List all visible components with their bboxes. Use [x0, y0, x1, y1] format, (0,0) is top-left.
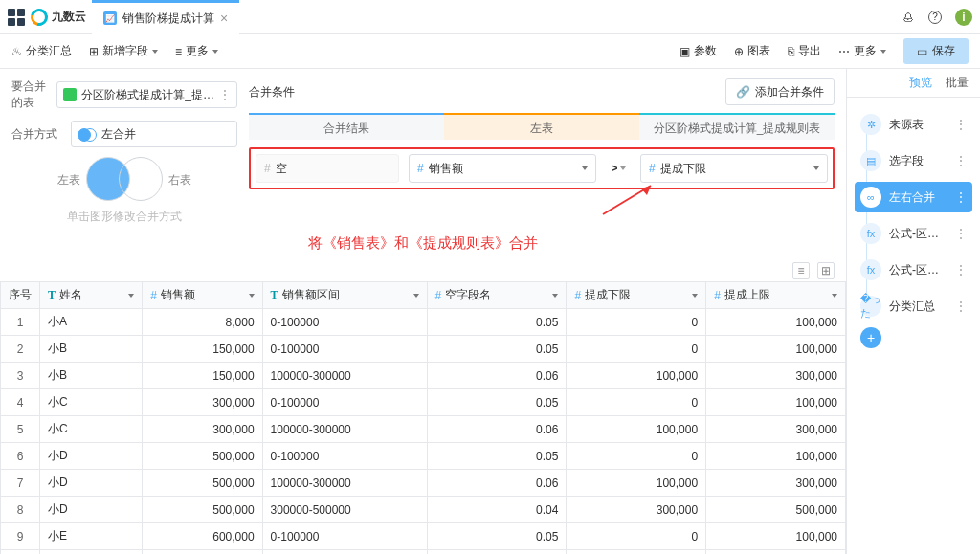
condition-title: 合并条件 — [249, 84, 295, 100]
field-empty[interactable]: #空 — [256, 154, 399, 183]
tab-result[interactable]: 合并结果 — [249, 113, 444, 140]
tool-summary[interactable]: ♨分类汇总 — [11, 43, 72, 59]
condition-tabs: 合并结果 左表 分区阶梯式提成计算_提成规则表 — [249, 113, 835, 140]
add-condition-button[interactable]: 🔗添加合并条件 — [725, 78, 835, 105]
join-type-select[interactable]: 左合并 — [71, 121, 237, 147]
apps-icon[interactable] — [8, 9, 25, 26]
venn-hint: 单击图形修改合并方式 — [11, 209, 237, 225]
step-icon: fx — [860, 259, 881, 280]
text-type-icon: T — [48, 288, 56, 302]
chevron-down-icon[interactable] — [413, 294, 419, 298]
step-more-icon[interactable]: ⋮ — [955, 190, 967, 204]
table-row[interactable]: 2小B150,0000-1000000.050100,000 — [1, 336, 846, 363]
join-type-value: 左合并 — [101, 126, 136, 143]
field-right-value: 提成下限 — [660, 161, 706, 177]
step-label: 左右合并 — [889, 189, 947, 206]
hash-icon: # — [649, 162, 656, 175]
view-grid-icon[interactable]: ⊞ — [817, 262, 835, 279]
table-icon — [63, 88, 77, 101]
notification-icon[interactable]: 🕭 — [902, 10, 915, 25]
step-more-icon[interactable]: ⋮ — [955, 227, 967, 240]
tab-left[interactable]: 左表 — [444, 113, 639, 140]
field-left-select[interactable]: #销售额 — [409, 154, 596, 183]
number-type-icon: # — [574, 289, 581, 302]
table-row[interactable]: 8小D500,000300000-5000000.04300,000500,00… — [1, 497, 846, 523]
condition-row: #空 #销售额 > #提成下限 — [249, 147, 835, 189]
pipeline-step[interactable]: fx公式-区间提成…⋮ — [855, 255, 972, 285]
brand-logo[interactable]: 九数云 — [31, 9, 86, 26]
table-row[interactable]: 7小D500,000100000-3000000.06100,000300,00… — [1, 470, 846, 497]
chevron-down-icon[interactable] — [692, 294, 698, 298]
chevron-down-icon[interactable] — [128, 294, 134, 298]
tool-more[interactable]: ≡更多 — [175, 43, 218, 59]
field-left-value: 销售额 — [429, 161, 463, 177]
chevron-down-icon[interactable] — [249, 294, 255, 298]
table-row[interactable]: 9小E600,0000-1000000.050100,000 — [1, 523, 846, 550]
close-icon[interactable]: × — [220, 11, 228, 26]
table-row[interactable]: 6小D500,0000-1000000.050100,000 — [1, 443, 846, 470]
save-button[interactable]: ▭保存 — [903, 38, 969, 64]
step-more-icon[interactable]: ⋮ — [955, 263, 967, 277]
table-row[interactable]: 5小C300,000100000-3000000.06100,000300,00… — [1, 416, 846, 443]
avatar[interactable]: i — [955, 9, 972, 26]
step-icon: �った — [860, 296, 881, 317]
column-header[interactable]: T销售额区间 — [262, 282, 427, 309]
number-type-icon: # — [714, 289, 721, 302]
step-icon: ∞ — [860, 187, 881, 208]
step-more-icon[interactable]: ⋮ — [955, 118, 967, 131]
venn-right-label: 右表 — [168, 172, 191, 188]
right-panel: 预览 批量 ✲来源表⋮▤选字段⋮∞左右合并⋮fx公式-区间销…⋮fx公式-区间提… — [846, 69, 980, 554]
add-step-button[interactable]: + — [860, 327, 881, 348]
operator-select[interactable]: > — [606, 155, 631, 182]
pipeline-step[interactable]: �った分类汇总⋮ — [855, 291, 972, 321]
chevron-down-icon[interactable] — [832, 294, 837, 298]
column-header[interactable]: 序号 — [1, 282, 40, 309]
table-row[interactable]: 3小B150,000100000-3000000.06100,000300,00… — [1, 363, 846, 389]
table-row[interactable]: 10小E600,000100000-3000000.06100,000300,0… — [1, 550, 846, 555]
grid-toolbar: ≡ ⊞ — [0, 260, 846, 281]
step-icon: ✲ — [860, 114, 881, 135]
table-row[interactable]: 4小C300,0000-1000000.050100,000 — [1, 389, 846, 416]
venn-diagram[interactable] — [86, 157, 163, 203]
step-more-icon[interactable]: ⋮ — [955, 154, 967, 167]
more-icon[interactable]: ⋮ — [219, 88, 231, 101]
column-header[interactable]: T姓名 — [40, 282, 143, 309]
view-list-icon[interactable]: ≡ — [792, 262, 810, 279]
column-header[interactable]: #提成上限 — [706, 282, 846, 309]
chevron-down-icon — [582, 166, 588, 170]
tool-addfield[interactable]: ⊞新增字段 — [89, 43, 158, 59]
pipeline-step[interactable]: ▤选字段⋮ — [855, 145, 972, 176]
step-label: 公式-区间销… — [889, 226, 947, 242]
column-header[interactable]: #销售额 — [143, 282, 262, 309]
table-row[interactable]: 1小A8,0000-1000000.050100,000 — [1, 309, 846, 336]
chevron-down-icon[interactable] — [552, 294, 558, 298]
help-icon[interactable]: ? — [928, 11, 942, 24]
pipeline-step[interactable]: fx公式-区间销…⋮ — [855, 218, 972, 249]
tool-params[interactable]: ▣参数 — [679, 43, 717, 59]
step-label: 来源表 — [889, 117, 947, 133]
workspace-tab[interactable]: 📈 销售阶梯提成计算 × — [92, 0, 239, 34]
annotation-text: 将《销售表》和《提成规则表》合并 — [0, 234, 846, 253]
pipeline-step[interactable]: ∞左右合并⋮ — [855, 182, 972, 212]
tab-right[interactable]: 分区阶梯式提成计算_提成规则表 — [639, 113, 835, 140]
merge-table-value: 分区阶梯式提成计算_提… — [81, 87, 214, 103]
number-type-icon: # — [435, 289, 442, 302]
tool-more2[interactable]: ⋯更多 — [838, 43, 886, 59]
pipeline-step[interactable]: ✲来源表⋮ — [855, 109, 972, 140]
tab-title: 销售阶梯提成计算 — [122, 11, 214, 27]
tool-chart[interactable]: ⊕图表 — [734, 43, 770, 59]
config-left: 要合并的表 分区阶梯式提成计算_提… ⋮ 合并方式 左合并 左表 — [11, 78, 237, 225]
rp-tab-batch[interactable]: 批量 — [946, 75, 969, 91]
merge-table-select[interactable]: 分区阶梯式提成计算_提… ⋮ — [56, 81, 237, 108]
hash-icon: # — [417, 162, 424, 175]
column-header[interactable]: #提成下限 — [567, 282, 706, 309]
step-more-icon[interactable]: ⋮ — [955, 299, 967, 313]
step-label: 选字段 — [889, 153, 947, 169]
step-label: 分类汇总 — [889, 299, 947, 315]
field-right-select[interactable]: #提成下限 — [640, 154, 828, 183]
tool-export[interactable]: ⎘导出 — [788, 43, 821, 59]
column-header[interactable]: #空字段名 — [427, 282, 567, 309]
rp-tab-preview[interactable]: 预览 — [909, 75, 932, 91]
data-grid[interactable]: 序号T姓名#销售额T销售额区间#空字段名#提成下限#提成上限 1小A8,0000… — [0, 281, 846, 554]
chart-icon: 📈 — [103, 11, 117, 25]
